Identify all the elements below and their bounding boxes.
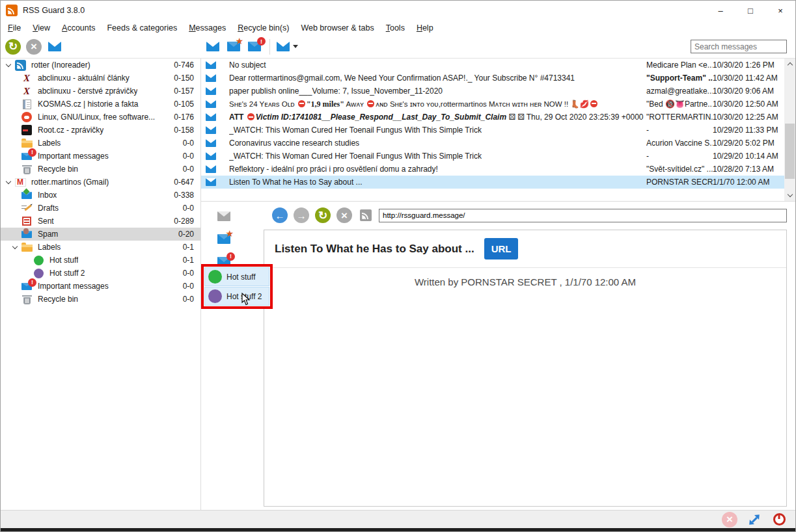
message-subject: No subject (229, 60, 646, 70)
feed-item-linux-gnu-linux-free-software[interactable]: Linux, GNU/Linux, free software...0-176 (1, 111, 200, 124)
feed-item-rotter-martinos-gmail[interactable]: Mrotter.martinos (Gmail)0-647 (1, 176, 200, 189)
feed-item-recycle-bin[interactable]: Recycle bin0-0 (1, 163, 200, 176)
message-row[interactable]: Listen To What he Has to Say about ...PO… (201, 176, 784, 189)
back-icon: ← (272, 207, 288, 223)
message-row[interactable]: _WATCH: This Woman Cured Her Toenail Fun… (201, 150, 784, 163)
status-bar: × (1, 510, 795, 528)
message-row[interactable]: ATT Victim ID:1741081__Please_Respond__L… (201, 111, 784, 124)
minimize-button[interactable]: – (706, 1, 735, 20)
feed-label: abclinuxu - čerstvé zprávičky (38, 86, 137, 96)
refresh-all-button[interactable]: ↻ (5, 38, 21, 56)
message-date: 10/30/20 12:50 AM (713, 100, 784, 109)
menu-help[interactable]: Help (411, 21, 439, 34)
feed-item-important-messages[interactable]: !Important messages0-0 (1, 150, 200, 163)
url-button[interactable]: URL (484, 238, 519, 259)
back-button[interactable]: ← (271, 206, 288, 224)
forward-button[interactable]: → (293, 206, 310, 224)
message-sender: - (646, 126, 713, 135)
feed-item-hot-stuff[interactable]: Hot stuff0-1 (1, 254, 200, 267)
menu-feeds-categories[interactable]: Feeds & categories (101, 21, 183, 34)
label-option-hot-stuff-2[interactable]: Hot stuff 2 (204, 287, 269, 306)
search-input[interactable] (691, 40, 787, 53)
chevron-expanded-icon[interactable] (3, 64, 14, 66)
feed-item-hot-stuff-2[interactable]: Hot stuff 20-0 (1, 267, 200, 280)
scroll-down-icon[interactable] (784, 190, 795, 201)
feed-item-abclinuxu-erstv-zpr-vi-ky[interactable]: Xabclinuxu - čerstvé zprávičky0-157 (1, 85, 200, 98)
menu-accounts[interactable]: Accounts (56, 21, 101, 34)
feed-item-root-cz-zpr-vi-ky[interactable]: Root.cz - zprávičky0-158 (1, 124, 200, 137)
rss-app-icon (6, 5, 18, 16)
chevron-expanded-icon[interactable] (10, 246, 20, 248)
preview-rail-toolbar: ★! (201, 202, 269, 510)
feed-item-drafts[interactable]: Drafts0-0 (1, 202, 200, 215)
mark-important-button[interactable]: ★ (215, 230, 232, 248)
message-date: 10/28/20 7:13 AM (713, 165, 784, 174)
scrollbar-thumb[interactable] (785, 124, 795, 179)
feed-item-abclinuxu-aktu-ln-l-nky[interactable]: Xabclinuxu - aktuální články0-150 (1, 72, 200, 85)
mail-dropdown-icon (277, 42, 290, 51)
internal-browser: ←→↻× Listen To What he Has to Say about … (269, 202, 795, 510)
message-list-scrollbar[interactable] (784, 59, 795, 201)
refresh-page-button[interactable]: ↻ (314, 206, 331, 224)
gmail-icon: M (15, 178, 26, 187)
menu-view[interactable]: View (27, 21, 56, 34)
feed-label: Sent (38, 217, 54, 226)
mark-important-button[interactable]: ★ (225, 38, 242, 56)
mail-row-icon (206, 139, 216, 147)
label-option-hot-stuff[interactable]: Hot stuff (204, 267, 269, 286)
menu-file[interactable]: File (2, 21, 27, 34)
feed-item-inbox[interactable]: Inbox0-338 (1, 189, 200, 202)
scroll-up-icon[interactable] (784, 59, 795, 70)
chevron-expanded-icon[interactable] (3, 181, 14, 183)
message-row[interactable]: _WATCH: This Woman Cured Her Toenail Fun… (201, 124, 784, 137)
message-row[interactable]: Reflektory - ideální pro práci i pro osv… (201, 163, 784, 176)
message-subject: Dear rottermartinos@gmail.com, We Need Y… (229, 73, 646, 83)
feed-label: rotter (Inoreader) (31, 60, 90, 70)
menu-recycle-bin-s[interactable]: Recycle bin(s) (232, 21, 295, 34)
feed-label: Labels (38, 139, 61, 148)
feed-item-kosmas-cz-historie-a-fakta[interactable]: KOSMAS.cz | historie a fakta0-105 (1, 98, 200, 111)
stop-refresh-button[interactable]: × (25, 38, 42, 56)
fullscreen-button[interactable] (746, 511, 763, 529)
feed-count: 0-338 (174, 191, 200, 200)
mark-read-gray-button[interactable] (215, 207, 232, 225)
menu-web-browser-tabs[interactable]: Web browser & tabs (295, 21, 379, 34)
mark-all-read-button[interactable] (46, 38, 63, 56)
message-row[interactable]: Dear rottermartinos@gmail.com, We Need Y… (201, 72, 784, 85)
feed-tree-panel: rotter (Inoreader)0-746Xabclinuxu - aktu… (1, 59, 201, 510)
rss-doc-button[interactable] (357, 206, 374, 224)
no-entry-icon (298, 100, 305, 107)
feed-item-important-messages[interactable]: !Important messages0-0 (1, 280, 200, 293)
mark-unread-button[interactable]: ! (246, 38, 263, 56)
message-row[interactable]: Coronavirus vaccine research studiesAcur… (201, 137, 784, 150)
feed-item-labels[interactable]: Labels0-1 (1, 241, 200, 254)
maximize-button[interactable]: □ (735, 1, 765, 20)
quit-button[interactable] (771, 511, 788, 529)
feed-item-sent[interactable]: Sent0-289 (1, 215, 200, 228)
book-icon (23, 100, 31, 109)
menu-tools[interactable]: Tools (380, 21, 411, 34)
feed-item-recycle-bin[interactable]: Recycle bin0-0 (1, 293, 200, 306)
feed-count: 0-0 (183, 152, 200, 161)
close-button[interactable]: × (765, 1, 795, 20)
menu-messages[interactable]: Messages (183, 21, 232, 34)
feed-item-spam[interactable]: Spam0-20 (1, 228, 200, 241)
message-subject: Sʜᴇ's 24 Yᴇᴀʀs Oʟᴅ "1,9 miles" Aᴡᴀʏ ᴀɴᴅ … (229, 100, 646, 109)
feed-label: rotter.martinos (Gmail) (31, 178, 109, 187)
feed-item-labels[interactable]: Labels0-0 (1, 137, 200, 150)
feed-item-rotter-inoreader[interactable]: rotter (Inoreader)0-746 (1, 59, 200, 72)
message-sender: azmal@greatlake... (646, 86, 713, 96)
feed-count: 0-289 (174, 217, 200, 226)
stop-page-button[interactable]: × (336, 206, 353, 224)
message-row[interactable]: Sʜᴇ's 24 Yᴇᴀʀs Oʟᴅ "1,9 miles" Aᴡᴀʏ ᴀɴᴅ … (201, 98, 784, 111)
mail-dropdown-button[interactable] (277, 38, 298, 56)
mark-read-button[interactable] (204, 38, 221, 56)
title-bar: RSS Guard 3.8.0 – □ × (1, 1, 795, 20)
message-sender: "Svět-svítidel.cz" ... (646, 165, 713, 174)
folder-icon (21, 245, 33, 252)
mail-row-icon (206, 100, 216, 108)
message-row[interactable]: No subjectMedicare Plan <e...10/30/20 1:… (201, 59, 784, 72)
url-input[interactable] (379, 209, 787, 222)
message-row[interactable]: paper publish online___Volume: 7, Issue_… (201, 85, 784, 98)
close-tab-disabled-button[interactable]: × (721, 511, 738, 529)
